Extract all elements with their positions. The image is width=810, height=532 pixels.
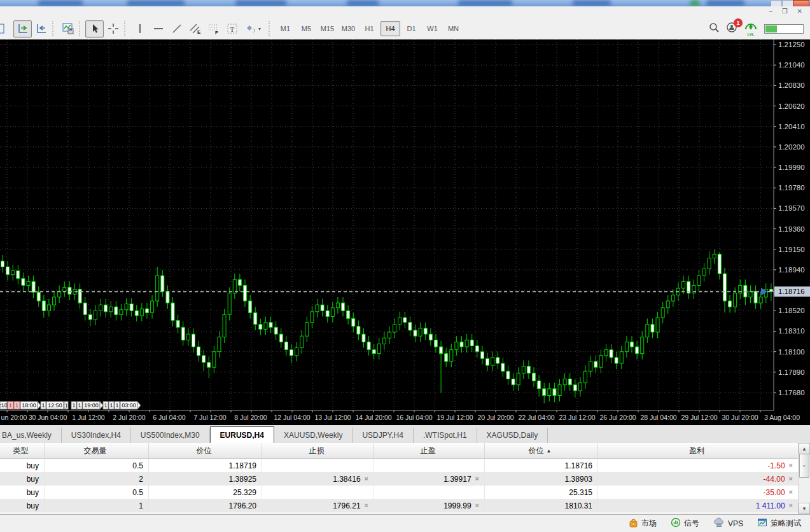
candle-bull <box>156 276 159 301</box>
column-header-1[interactable]: 交易量 <box>45 443 149 458</box>
close-position-button[interactable]: × <box>475 502 479 509</box>
order-volume: 2 <box>45 472 149 486</box>
close-position-button[interactable]: × <box>789 475 793 482</box>
chart-tab-bar: BA_us,WeeklyUS30Index,H4US500Index,M30EU… <box>0 425 810 444</box>
order-volume: 1 <box>45 499 149 512</box>
timeframe-button-m1[interactable]: M1 <box>276 21 295 36</box>
timeframe-button-w1[interactable]: W1 <box>422 21 442 36</box>
window-minimize-button[interactable] <box>771 0 782 6</box>
column-header-2[interactable]: 价位 <box>149 443 262 458</box>
equidistant-channel-button[interactable]: E <box>186 20 204 38</box>
table-scrollbar[interactable]: ▲ ≡ ▼ <box>798 443 810 514</box>
window-maximize-button[interactable] <box>782 0 793 6</box>
candle-bull <box>734 293 737 307</box>
chart-tab-us30index-h4[interactable]: US30Index,H4 <box>62 428 131 443</box>
candle-bear <box>357 326 360 334</box>
trade-row[interactable]: buy21.389251.38416×1.39917×1.38903-44.00… <box>0 472 799 486</box>
trade-tag-label: 1 <box>15 402 18 409</box>
timeframe-button-m5[interactable]: M5 <box>297 21 316 36</box>
candle-bull <box>223 314 226 337</box>
close-position-button[interactable]: × <box>365 475 368 482</box>
statusbar-item-label: VPS <box>728 519 743 528</box>
trade-row[interactable]: buy0.525.32925.315-35.00× <box>0 486 799 499</box>
close-position-button[interactable]: × <box>789 489 793 496</box>
crosshair-button[interactable] <box>104 20 122 38</box>
titlebar-blur-blob <box>458 1 512 6</box>
candle-bear <box>279 334 283 342</box>
close-position-button[interactable]: × <box>789 462 793 469</box>
vertical-line-button[interactable] <box>130 20 149 38</box>
chart-tab--wtispot-h1[interactable]: .WTISpot,H1 <box>414 428 477 443</box>
notification-icon[interactable]: 1 <box>726 22 737 36</box>
candle-bear <box>37 292 40 301</box>
table-header-row: 类型交易量价位止损止盈价位▲盈利 <box>0 443 799 459</box>
lvl-icon[interactable]: LVL <box>744 22 758 36</box>
trade-tag-label: 1 <box>115 402 118 409</box>
mdi-window-controls[interactable]: – ❐ ✕ <box>769 8 806 15</box>
chart-shift-button[interactable] <box>32 20 50 38</box>
close-position-button[interactable]: × <box>789 502 793 509</box>
candle-bull <box>311 312 314 323</box>
candle-bear <box>610 350 613 358</box>
candle-bull <box>522 367 525 374</box>
open-price: 1.18719 <box>149 459 262 472</box>
level-slider[interactable] <box>764 24 804 34</box>
chart-tab-usdjpy-h4[interactable]: USDJPY,H4 <box>353 428 413 443</box>
arrows-dropdown-button[interactable] <box>241 20 267 38</box>
fibonacci-button[interactable]: F <box>204 20 223 38</box>
candle-bear <box>362 334 365 342</box>
chart-tab-xauusd-weekly[interactable]: XAUUSD,Weekly <box>274 428 353 443</box>
statusbar-item-market[interactable]: 市场 <box>628 517 657 529</box>
candlestick-chart[interactable]: 1.212501.210401.208301.206201.204101.202… <box>0 39 810 425</box>
statusbar-item-vps[interactable]: VPS <box>713 517 743 529</box>
auto-scroll-button[interactable] <box>13 20 32 38</box>
trend-line-button[interactable] <box>167 20 186 38</box>
chart-tab-ba-us-weekly[interactable]: BA_us,Weekly <box>0 428 62 443</box>
chart-tab-eurusd-h4[interactable]: EURUSD,H4 <box>210 426 274 443</box>
price-axis-label: 1.18940 <box>778 266 805 274</box>
column-header-3[interactable]: 止损 <box>262 443 374 458</box>
templates-save-button[interactable] <box>59 20 77 38</box>
scroll-down-button[interactable]: ▼ <box>799 503 810 514</box>
chart-canvas[interactable]: 1.212501.210401.208301.206201.204101.202… <box>0 39 810 425</box>
column-header-4[interactable]: 止盈 <box>374 443 485 458</box>
column-header-5[interactable]: 价位▲ <box>485 443 598 458</box>
take-profit: 1.39917× <box>374 472 485 486</box>
candle-bear <box>460 342 463 347</box>
candle-bull <box>491 358 494 365</box>
candle-bull <box>218 337 221 352</box>
close-position-button[interactable]: × <box>475 475 479 482</box>
cursor-button[interactable] <box>85 20 104 38</box>
horizontal-line-button[interactable] <box>149 20 167 38</box>
scroll-thumb[interactable]: ≡ <box>799 454 809 478</box>
candle-bull <box>455 342 458 349</box>
chart-tab-us500index-m30[interactable]: US500Index,M30 <box>131 428 210 443</box>
chart-tab-xagusd-daily[interactable]: XAGUSD,Daily <box>477 428 548 443</box>
trade-tag-label: 1 <box>78 402 81 409</box>
search-icon[interactable] <box>708 22 720 36</box>
timeframe-button-m30[interactable]: M30 <box>339 21 358 36</box>
timeframe-button-d1[interactable]: D1 <box>402 21 421 36</box>
order-type: buy <box>0 472 45 486</box>
statusbar-item-tester[interactable]: 策略测试 <box>757 517 801 529</box>
trade-table: 类型交易量价位止损止盈价位▲盈利buy0.51.187191.18716-1.5… <box>0 443 799 514</box>
text-label-button[interactable]: T <box>223 20 241 38</box>
window-close-button[interactable] <box>793 0 809 6</box>
trade-row[interactable]: buy11796.201796.21×1999.99×1810.311 411.… <box>0 499 799 512</box>
profit: -44.00× <box>598 472 799 486</box>
timeframe-button-m15[interactable]: M15 <box>318 21 337 36</box>
tile-windows-icon[interactable] <box>0 20 8 38</box>
close-position-button[interactable]: × <box>365 502 368 509</box>
column-header-6[interactable]: 盈利 <box>598 443 799 458</box>
timeframe-button-h4[interactable]: H4 <box>381 21 400 36</box>
column-header-0[interactable]: 类型 <box>0 443 45 458</box>
trade-row[interactable]: buy0.51.187191.18716-1.50× <box>0 459 799 472</box>
timeframe-button-mn[interactable]: MN <box>443 21 463 36</box>
scroll-up-button[interactable]: ▲ <box>799 443 810 454</box>
candle-bull <box>300 336 304 347</box>
statusbar-item-signal[interactable]: 信号 <box>671 517 699 529</box>
candle-bear <box>754 291 757 303</box>
timeframe-button-h1[interactable]: H1 <box>360 21 379 36</box>
time-axis-label: 29 Jul 12:00 <box>681 414 717 421</box>
order-volume: 0.5 <box>45 459 149 472</box>
